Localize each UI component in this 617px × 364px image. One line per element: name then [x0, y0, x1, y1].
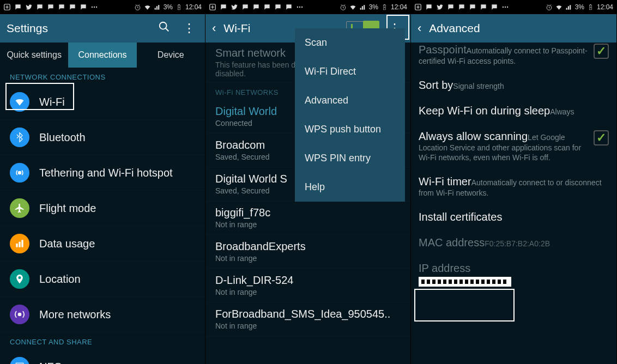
item-label: NFC: [39, 361, 62, 365]
chat-icon: [263, 3, 271, 11]
svg-point-22: [505, 7, 506, 8]
status-bar: 3% 12:04: [411, 0, 616, 14]
menu-wps-pin[interactable]: WPS PIN entry: [295, 144, 405, 173]
network-item[interactable]: biggifi_f78cNot in range: [205, 201, 410, 235]
svg-point-14: [297, 7, 298, 8]
svg-point-21: [503, 7, 504, 8]
settings-list[interactable]: NETWORK CONNECTIONS Wi-Fi Bluetooth Teth…: [0, 68, 205, 364]
menu-advanced[interactable]: Advanced: [295, 86, 405, 115]
tab-device[interactable]: Device: [137, 43, 205, 68]
action-bar-advanced: ‹ Advanced: [411, 14, 616, 43]
overflow-menu-icon[interactable]: ⋮: [179, 19, 198, 38]
svg-point-8: [19, 172, 21, 174]
tab-connections[interactable]: Connections: [68, 43, 136, 68]
network-name: biggifi_f78c: [215, 207, 401, 219]
advanced-title: Advanced: [429, 22, 610, 35]
item-wifi-timer[interactable]: Wi-Fi timerAutomatically connect to or d…: [411, 169, 616, 204]
chat-icon: [36, 3, 44, 11]
item-more-networks[interactable]: More networks: [0, 297, 205, 332]
item-label: Wi-Fi timer: [419, 175, 471, 187]
twitter-icon: [231, 3, 238, 11]
search-icon[interactable]: [155, 19, 173, 38]
network-item[interactable]: D-Link_DIR-524Not in range: [205, 269, 410, 302]
battery-text: 3%: [369, 3, 378, 11]
item-bluetooth[interactable]: Bluetooth: [0, 120, 205, 155]
wifi-icon: [144, 4, 151, 11]
chat-icon: [80, 3, 87, 11]
menu-scan[interactable]: Scan: [295, 28, 405, 57]
twitter-icon: [25, 3, 33, 11]
advanced-list[interactable]: PasspointAutomatically connect to Passpo…: [411, 43, 616, 364]
svg-rect-19: [384, 4, 385, 5]
network-name: BroadbandExperts: [215, 240, 401, 253]
tab-quick-settings[interactable]: Quick settings: [0, 43, 68, 68]
tabs: Quick settings Connections Device: [0, 43, 205, 68]
chat-icon: [447, 3, 455, 11]
settings-screen: 3% 12:04 Settings ⋮ Quick settings Conne…: [0, 0, 205, 364]
item-install-certs[interactable]: Install certificates: [411, 204, 616, 230]
overflow-menu: Scan Wi-Fi Direct Advanced WPS push butt…: [295, 28, 405, 202]
item-label: Flight mode: [39, 202, 96, 215]
svg-point-1: [92, 7, 93, 8]
item-location[interactable]: Location: [0, 262, 205, 297]
item-label: Location: [39, 273, 81, 286]
more-networks-icon: [10, 305, 29, 324]
network-status: Not in range: [215, 254, 401, 263]
wifi-icon: [555, 4, 562, 11]
clock-text: 12:04: [597, 3, 613, 11]
item-nfc[interactable]: NFC: [0, 349, 205, 364]
chat-icon: [274, 3, 282, 11]
highlight-mac: [414, 289, 515, 321]
signal-icon: [154, 4, 161, 11]
menu-wifi-direct[interactable]: Wi-Fi Direct: [295, 57, 405, 86]
item-label: Always allow scanning: [419, 130, 528, 142]
menu-wps-push[interactable]: WPS push button: [295, 115, 405, 144]
back-icon[interactable]: ‹: [418, 21, 421, 35]
chat-icon: [491, 3, 498, 11]
item-always-scan[interactable]: Always allow scanningLet Google Location…: [411, 124, 616, 169]
location-icon: [10, 269, 29, 289]
alarm-icon: [134, 4, 141, 11]
tether-icon: [10, 163, 29, 183]
alarm-icon: [340, 4, 347, 11]
svg-point-7: [160, 22, 167, 29]
item-mac-address: MAC addressF0:25:B7:B2:A0:2B: [411, 230, 616, 256]
battery-icon: [381, 4, 388, 11]
item-label: Data usage: [39, 238, 95, 250]
action-bar-settings: Settings ⋮: [0, 14, 205, 43]
item-wifi[interactable]: Wi-Fi: [0, 84, 205, 120]
item-label: Tethering and Wi-Fi hotspot: [39, 167, 173, 179]
item-ip-address: IP address: [411, 256, 616, 293]
twitter-icon: [436, 3, 444, 11]
item-label: More networks: [39, 308, 111, 321]
chat-icon: [220, 3, 227, 11]
chat-icon: [241, 3, 249, 11]
plus-icon: [3, 3, 11, 11]
item-data-usage[interactable]: Data usage: [0, 226, 205, 262]
network-item[interactable]: BroadbandExpertsNot in range: [205, 235, 410, 269]
plus-icon: [414, 3, 422, 11]
item-label: Passpoint: [419, 44, 467, 56]
svg-point-15: [299, 7, 300, 8]
wifi-icon: [10, 92, 29, 112]
item-label: MAC address: [419, 236, 485, 248]
chat-icon: [69, 3, 76, 11]
network-item[interactable]: ForBroadband_SMS_Idea_950545..Not in ran…: [205, 302, 410, 336]
svg-point-12: [19, 313, 21, 316]
wifi-screen: 3% 12:04 ‹ Wi-Fi ⋮ Smart network This fe…: [205, 0, 411, 364]
item-passpoint[interactable]: PasspointAutomatically connect to Passpo…: [411, 43, 616, 72]
item-flight-mode[interactable]: Flight mode: [0, 191, 205, 226]
item-keep-wifi-on[interactable]: Keep Wi-Fi on during sleepAlways: [411, 98, 616, 124]
network-status: Not in range: [215, 220, 401, 229]
item-sort-by[interactable]: Sort bySignal strength: [411, 72, 616, 98]
network-name: ForBroadband_SMS_Idea_950545..: [215, 308, 401, 320]
scan-checkbox[interactable]: [594, 130, 609, 145]
item-tethering[interactable]: Tethering and Wi-Fi hotspot: [0, 155, 205, 191]
back-icon[interactable]: ‹: [212, 21, 216, 35]
chat-icon: [252, 3, 260, 11]
passpoint-checkbox[interactable]: [594, 44, 609, 59]
chat-icon: [425, 3, 433, 11]
battery-icon: [176, 4, 183, 11]
menu-help[interactable]: Help: [295, 173, 405, 202]
nfc-icon: [10, 357, 29, 364]
